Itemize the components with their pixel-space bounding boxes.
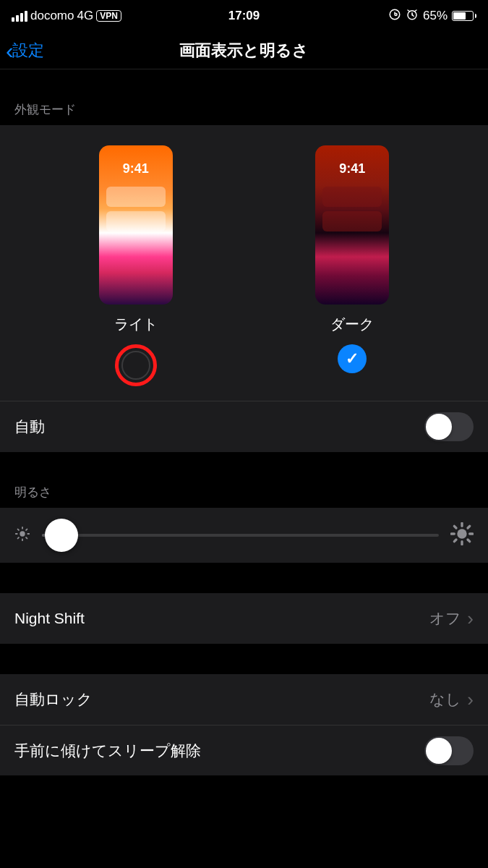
spacer (0, 644, 488, 674)
appearance-option-dark[interactable]: 9:41 ダーク (315, 145, 389, 386)
svg-point-11 (457, 529, 466, 538)
radio-dark[interactable] (338, 344, 367, 373)
carrier-label: docomo (30, 9, 74, 23)
raise-to-wake-toggle[interactable] (424, 736, 474, 765)
auto-toggle[interactable] (424, 412, 474, 441)
status-left: docomo 4G VPN (12, 9, 121, 23)
raise-to-wake-row[interactable]: 手前に傾けてスリープ解除 (0, 725, 488, 775)
sun-small-icon (14, 526, 30, 545)
back-label: 設定 (12, 40, 44, 61)
night-shift-value: オフ (429, 608, 461, 629)
brightness-row (0, 508, 488, 563)
sun-large-icon (450, 522, 474, 548)
svg-point-2 (20, 531, 25, 536)
annotation-highlight (115, 344, 157, 386)
appearance-section: 9:41 ライト 9:41 ダーク 自動 (0, 125, 488, 452)
brightness-slider[interactable] (42, 534, 439, 537)
auto-lock-value: なし (429, 689, 461, 710)
svg-line-7 (18, 529, 19, 530)
svg-line-19 (468, 526, 470, 528)
nav-bar: ‹ 設定 画面表示と明るさ (0, 32, 488, 69)
chevron-right-icon: › (467, 689, 474, 711)
preview-time-dark: 9:41 (315, 161, 389, 176)
appearance-header: 外観モード (0, 69, 488, 125)
preview-card (322, 187, 382, 207)
alarm-icon (406, 8, 419, 25)
svg-line-8 (26, 537, 27, 538)
dark-preview: 9:41 (315, 145, 389, 305)
auto-lock-row[interactable]: 自動ロック なし › (0, 674, 488, 725)
battery-icon (452, 11, 476, 21)
preview-card (106, 211, 166, 231)
spacer (0, 563, 488, 593)
page-title: 画面表示と明るさ (179, 40, 309, 61)
night-shift-row[interactable]: Night Shift オフ › (0, 593, 488, 644)
svg-line-16 (454, 526, 456, 528)
appearance-option-light[interactable]: 9:41 ライト (99, 145, 173, 386)
toggle-knob (426, 738, 452, 764)
svg-line-10 (26, 529, 27, 530)
appearance-row: 9:41 ライト 9:41 ダーク (0, 125, 488, 401)
chevron-right-icon: › (467, 608, 474, 630)
lock-rotation-icon (388, 8, 401, 25)
auto-appearance-row[interactable]: 自動 (0, 401, 488, 452)
battery-percent: 65% (423, 9, 448, 23)
toggle-knob (426, 414, 452, 440)
dark-label: ダーク (330, 315, 374, 334)
svg-line-9 (18, 537, 19, 538)
status-time: 17:09 (228, 9, 260, 23)
preview-time-light: 9:41 (99, 161, 173, 176)
preview-card (322, 211, 382, 231)
brightness-header: 明るさ (0, 452, 488, 508)
status-right: 65% (388, 8, 476, 25)
night-shift-label: Night Shift (14, 610, 85, 627)
radio-light[interactable] (121, 351, 150, 380)
status-bar: docomo 4G VPN 17:09 65% (0, 0, 488, 32)
slider-thumb[interactable] (45, 519, 78, 552)
svg-line-18 (454, 540, 456, 542)
vpn-badge: VPN (96, 10, 121, 22)
signal-icon (12, 11, 27, 22)
light-preview: 9:41 (99, 145, 173, 305)
auto-lock-label: 自動ロック (14, 689, 93, 710)
svg-line-17 (468, 540, 470, 542)
back-button[interactable]: ‹ 設定 (0, 39, 44, 62)
auto-label: 自動 (14, 417, 45, 437)
network-label: 4G (77, 9, 93, 23)
preview-card (106, 187, 166, 207)
light-label: ライト (114, 315, 158, 334)
raise-to-wake-label: 手前に傾けてスリープ解除 (14, 741, 201, 761)
